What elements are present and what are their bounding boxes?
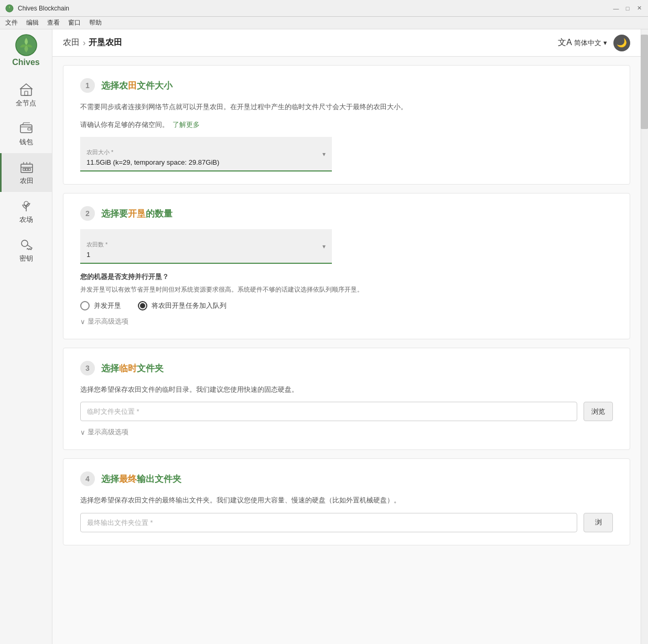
sidebar-key-label: 密钥 bbox=[19, 254, 33, 263]
section-2-header: 2 选择要开垦的数量 bbox=[80, 206, 613, 221]
app-container: Chives 全节点 钱包 bbox=[0, 29, 648, 644]
sidebar-plant-label: 农场 bbox=[19, 215, 33, 224]
section-3-desc: 选择您希望保存农田文件的临时目录。我们建议您使用快速的固态硬盘。 bbox=[80, 384, 613, 395]
svg-rect-3 bbox=[25, 91, 28, 95]
sidebar-item-plant[interactable]: 农场 bbox=[0, 192, 52, 231]
minimize-button[interactable]: — bbox=[612, 5, 620, 12]
radio-group: 并发开垦 将农田开垦任务加入队列 bbox=[80, 301, 613, 310]
temp-folder-input[interactable] bbox=[80, 402, 577, 421]
translate-icon: 文A bbox=[558, 37, 572, 48]
menu-help[interactable]: 帮助 bbox=[89, 18, 102, 27]
section-4-desc: 选择您希望保存农田文件的最终输出文件夹。我们建议您使用大容量、慢速的硬盘（比如外… bbox=[80, 495, 613, 506]
maximize-button[interactable]: □ bbox=[624, 5, 631, 12]
section-4-number: 4 bbox=[80, 471, 95, 486]
output-folder-row: 浏 bbox=[80, 513, 613, 532]
menu-edit[interactable]: 编辑 bbox=[26, 18, 39, 27]
sidebar-farm-label: 农田 bbox=[20, 176, 34, 186]
farm-size-text: 11.5GiB (k=29, temporary space: 29.87GiB… bbox=[87, 158, 219, 166]
sidebar-nodes-label: 全节点 bbox=[16, 99, 36, 108]
section-1-card: 1 选择农田文件大小 不需要同步或者连接到网络节点就可以开垦农田。在开垦过程中产… bbox=[63, 65, 630, 185]
temp-folder-row: 浏览 bbox=[80, 402, 613, 421]
plant-icon bbox=[19, 198, 34, 213]
chevron-down-icon: ▾ bbox=[603, 39, 607, 47]
plot-count-label: 农田数 * bbox=[87, 241, 313, 249]
plot-count-text: 1 bbox=[87, 251, 90, 259]
sidebar-wallet-label: 钱包 bbox=[19, 137, 33, 147]
menu-window[interactable]: 窗口 bbox=[68, 18, 81, 27]
farm-size-value: 农田大小 * 11.5GiB (k=29, temporary space: 2… bbox=[80, 137, 332, 171]
section-3-title-highlight: 临时 bbox=[119, 363, 137, 373]
section-3-card: 3 选择临时文件夹 选择您希望保存农田文件的临时目录。我们建议您使用快速的固态硬… bbox=[63, 348, 630, 450]
section-4-header: 4 选择最终输出文件夹 bbox=[80, 471, 613, 486]
app-logo-icon bbox=[5, 4, 14, 13]
logo-text: Chives bbox=[12, 58, 39, 67]
plot-count-value: 农田数 * 1 bbox=[80, 229, 332, 264]
svg-rect-2 bbox=[21, 89, 31, 95]
show-advanced-label-3: 显示高级选项 bbox=[88, 427, 128, 437]
section-1-desc2: 请确认你有足够的存储空间。 了解更多 bbox=[80, 119, 613, 131]
output-folder-input[interactable] bbox=[80, 513, 577, 532]
section-3-title: 选择临时文件夹 bbox=[101, 362, 164, 374]
section-2-title-highlight: 开垦 bbox=[128, 209, 146, 219]
breadcrumb: 农田 › 开垦农田 bbox=[63, 37, 558, 48]
key-icon bbox=[19, 237, 34, 252]
section-1-header: 1 选择农田文件大小 bbox=[80, 78, 613, 93]
plot-count-field: 农田数 * 1 ▾ bbox=[80, 229, 332, 264]
scrollbar-track bbox=[641, 29, 648, 644]
farm-size-label: 农田大小 * bbox=[87, 148, 313, 156]
section-1-desc1: 不需要同步或者连接到网络节点就可以开垦农田。在开垦过程中产生的临时文件尺寸会大于… bbox=[80, 101, 613, 113]
radio-parallel-circle bbox=[80, 301, 90, 310]
section-1-number: 1 bbox=[80, 78, 95, 93]
section-4-title-highlight: 最终 bbox=[119, 474, 137, 484]
radio-queue[interactable]: 将农田开垦任务加入队列 bbox=[138, 301, 226, 310]
wallet-icon bbox=[19, 121, 34, 135]
output-browse-button[interactable]: 浏 bbox=[584, 513, 613, 532]
breadcrumb-root[interactable]: 农田 bbox=[63, 37, 80, 48]
farm-icon bbox=[19, 159, 34, 174]
main-wrapper: 农田 › 开垦农田 文A 简体中文 ▾ 🌙 bbox=[52, 29, 648, 644]
section-1-title: 选择农田文件大小 bbox=[101, 80, 172, 92]
lang-label: 简体中文 bbox=[574, 38, 601, 48]
farm-size-field: 农田大小 * 11.5GiB (k=29, temporary space: 2… bbox=[80, 137, 332, 171]
svg-rect-9 bbox=[26, 168, 28, 170]
section-1-title-highlight: 田 bbox=[128, 81, 137, 91]
chevron-down-icon: ∨ bbox=[80, 318, 85, 326]
radio-parallel[interactable]: 并发开垦 bbox=[80, 301, 121, 310]
menu-file[interactable]: 文件 bbox=[5, 18, 18, 27]
temp-browse-button[interactable]: 浏览 bbox=[584, 402, 613, 421]
theme-toggle-button[interactable]: 🌙 bbox=[613, 35, 630, 51]
parallel-question: 您的机器是否支持并行开垦？ bbox=[80, 272, 613, 282]
section-2-title: 选择要开垦的数量 bbox=[101, 208, 172, 220]
sidebar-item-farm[interactable]: 农田 bbox=[0, 153, 52, 192]
header-right: 文A 简体中文 ▾ 🌙 bbox=[558, 35, 630, 51]
show-advanced-section2[interactable]: ∨ 显示高级选项 bbox=[80, 317, 613, 326]
section-2-number: 2 bbox=[80, 206, 95, 221]
svg-rect-4 bbox=[20, 125, 32, 133]
section-2-card: 2 选择要开垦的数量 农田数 * 1 ▾ 您的机器是否支持并行开垦？ 并发开垦 bbox=[63, 193, 630, 339]
radio-queue-circle bbox=[138, 301, 147, 310]
close-button[interactable]: ✕ bbox=[635, 5, 643, 12]
home-icon bbox=[19, 82, 34, 96]
section-4-title: 选择最终输出文件夹 bbox=[101, 473, 181, 485]
radio-queue-label: 将农田开垦任务加入队列 bbox=[152, 301, 226, 310]
svg-rect-5 bbox=[28, 128, 31, 130]
language-selector[interactable]: 文A 简体中文 ▾ bbox=[558, 37, 607, 48]
scrollbar-thumb[interactable] bbox=[641, 35, 648, 129]
show-advanced-label: 显示高级选项 bbox=[88, 317, 128, 326]
radio-parallel-label: 并发开垦 bbox=[94, 301, 121, 310]
sidebar-item-keys[interactable]: 密钥 bbox=[0, 231, 52, 270]
show-advanced-section3[interactable]: ∨ 显示高级选项 bbox=[80, 427, 613, 437]
logo-icon bbox=[15, 34, 38, 57]
parallel-desc: 并发开垦可以有效节省开垦时间但对系统资源要求很高。系统硬件不够的话建议选择依队列… bbox=[80, 285, 613, 295]
titlebar: Chives Blockchain — □ ✕ bbox=[0, 0, 648, 17]
sidebar-item-nodes[interactable]: 全节点 bbox=[0, 76, 52, 114]
chevron-down-icon: ∨ bbox=[80, 428, 85, 436]
content-area: 1 选择农田文件大小 不需要同步或者连接到网络节点就可以开垦农田。在开垦过程中产… bbox=[52, 57, 641, 644]
menubar: 文件 编辑 查看 窗口 帮助 bbox=[0, 17, 648, 29]
window-controls: — □ ✕ bbox=[612, 5, 643, 12]
learn-more-link[interactable]: 了解更多 bbox=[172, 121, 200, 128]
sidebar-item-wallet[interactable]: 钱包 bbox=[0, 114, 52, 153]
breadcrumb-current: 开垦农田 bbox=[89, 37, 122, 48]
menu-view[interactable]: 查看 bbox=[47, 18, 60, 27]
svg-point-11 bbox=[21, 240, 28, 246]
